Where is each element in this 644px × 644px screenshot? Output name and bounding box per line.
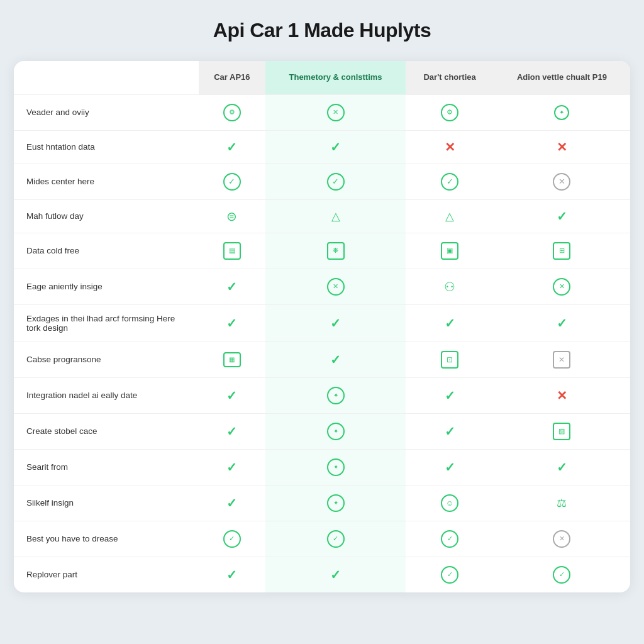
themetory-cell: ✓ bbox=[265, 521, 406, 557]
table-row: Veader and oviiy⚙✕⚙✦ bbox=[14, 94, 630, 130]
feature-cell: Eage aniently insige bbox=[14, 269, 199, 304]
table-row: Cabse progransone▦✓⊡✕ bbox=[14, 341, 630, 377]
themetory-cell: ✕ bbox=[265, 94, 406, 130]
dart-cell: ✓ bbox=[406, 521, 493, 557]
feature-cell: Exdages in thei lhad arcf formsing Here … bbox=[14, 304, 199, 341]
feature-cell: Siikelf insign bbox=[14, 485, 199, 521]
adion-cell: ✕ bbox=[494, 377, 630, 413]
themetory-cell: ✦ bbox=[265, 413, 406, 449]
themetory-cell: ❋ bbox=[265, 233, 406, 269]
adion-cell: ⊞ bbox=[494, 233, 630, 269]
feature-cell: Create stobel cace bbox=[14, 413, 199, 449]
features-table: Car AP16 Themetory & conlsttims Dar't ch… bbox=[14, 61, 630, 592]
table-row: Data cold free▤❋▣⊞ bbox=[14, 233, 630, 269]
dart-cell: ✓ bbox=[406, 304, 493, 341]
dart-cell: ✕ bbox=[406, 130, 493, 164]
themetory-cell: ✕ bbox=[265, 269, 406, 304]
comparison-table: Car AP16 Themetory & conlsttims Dar't ch… bbox=[14, 61, 630, 592]
table-row: Replover part✓✓✓✓ bbox=[14, 557, 630, 592]
themetory-cell: ✦ bbox=[265, 449, 406, 485]
dart-cell: ✓ bbox=[406, 164, 493, 199]
table-row: Mides center here✓✓✓✕ bbox=[14, 164, 630, 199]
feature-cell: Cabse progransone bbox=[14, 341, 199, 377]
ap16-cell: ▤ bbox=[199, 233, 265, 269]
feature-cell: Mah futlow day bbox=[14, 199, 199, 233]
adion-cell: ✓ bbox=[494, 449, 630, 485]
col-adion: Adion vettle chualt P19 bbox=[494, 61, 630, 94]
table-row: Siikelf insign✓✦☺⚖ bbox=[14, 485, 630, 521]
adion-cell: ✓ bbox=[494, 557, 630, 592]
ap16-cell: ✓ bbox=[199, 449, 265, 485]
col-feature bbox=[14, 61, 199, 94]
adion-cell: ▨ bbox=[494, 413, 630, 449]
themetory-cell: ✦ bbox=[265, 485, 406, 521]
table-header-row: Car AP16 Themetory & conlsttims Dar't ch… bbox=[14, 61, 630, 94]
dart-cell: ✓ bbox=[406, 413, 493, 449]
themetory-cell: ✓ bbox=[265, 304, 406, 341]
dart-cell: ✓ bbox=[406, 557, 493, 592]
ap16-cell: ✓ bbox=[199, 485, 265, 521]
themetory-cell: ✓ bbox=[265, 341, 406, 377]
dart-cell: ☺ bbox=[406, 485, 493, 521]
ap16-cell: ✓ bbox=[199, 521, 265, 557]
page-title: Api Car 1 Made Huplyts bbox=[14, 19, 630, 42]
feature-cell: Data cold free bbox=[14, 233, 199, 269]
table-row: Eust hntation data✓✓✕✕ bbox=[14, 130, 630, 164]
ap16-cell: ⚙ bbox=[199, 94, 265, 130]
dart-cell: ⚇ bbox=[406, 269, 493, 304]
col-car-ap16: Car AP16 bbox=[199, 61, 265, 94]
themetory-cell: ✓ bbox=[265, 164, 406, 199]
ap16-cell: ▦ bbox=[199, 341, 265, 377]
feature-cell: Mides center here bbox=[14, 164, 199, 199]
ap16-cell: ✓ bbox=[199, 304, 265, 341]
ap16-cell: ✓ bbox=[199, 413, 265, 449]
feature-cell: Best you have to drease bbox=[14, 521, 199, 557]
ap16-cell: ✓ bbox=[199, 130, 265, 164]
dart-cell: ⚙ bbox=[406, 94, 493, 130]
adion-cell: ⚖ bbox=[494, 485, 630, 521]
adion-cell: ✕ bbox=[494, 164, 630, 199]
adion-cell: ✦ bbox=[494, 94, 630, 130]
dart-cell: △ bbox=[406, 199, 493, 233]
feature-cell: Veader and oviiy bbox=[14, 94, 199, 130]
adion-cell: ✓ bbox=[494, 304, 630, 341]
ap16-cell: ⊜ bbox=[199, 199, 265, 233]
ap16-cell: ✓ bbox=[199, 269, 265, 304]
adion-cell: ✕ bbox=[494, 521, 630, 557]
table-row: Best you have to drease✓✓✓✕ bbox=[14, 521, 630, 557]
themetory-cell: ✦ bbox=[265, 377, 406, 413]
feature-cell: Eust hntation data bbox=[14, 130, 199, 164]
ap16-cell: ✓ bbox=[199, 557, 265, 592]
ap16-cell: ✓ bbox=[199, 377, 265, 413]
themetory-cell: ✓ bbox=[265, 557, 406, 592]
col-dart: Dar't chortiea bbox=[406, 61, 493, 94]
adion-cell: ✕ bbox=[494, 269, 630, 304]
themetory-cell: △ bbox=[265, 199, 406, 233]
col-themetory: Themetory & conlsttims bbox=[265, 61, 406, 94]
dart-cell: ✓ bbox=[406, 449, 493, 485]
ap16-cell: ✓ bbox=[199, 164, 265, 199]
table-row: Create stobel cace✓✦✓▨ bbox=[14, 413, 630, 449]
table-row: Exdages in thei lhad arcf formsing Here … bbox=[14, 304, 630, 341]
dart-cell: ⊡ bbox=[406, 341, 493, 377]
adion-cell: ✕ bbox=[494, 130, 630, 164]
page-wrapper: Api Car 1 Made Huplyts Car AP16 Themetor… bbox=[14, 19, 630, 592]
feature-cell: Integration nadel ai eally date bbox=[14, 377, 199, 413]
adion-cell: ✓ bbox=[494, 199, 630, 233]
table-row: Eage aniently insige✓✕⚇✕ bbox=[14, 269, 630, 304]
adion-cell: ✕ bbox=[494, 341, 630, 377]
feature-cell: Replover part bbox=[14, 557, 199, 592]
feature-cell: Searit from bbox=[14, 449, 199, 485]
table-row: Integration nadel ai eally date✓✦✓✕ bbox=[14, 377, 630, 413]
table-row: Mah futlow day⊜△△✓ bbox=[14, 199, 630, 233]
dart-cell: ✓ bbox=[406, 377, 493, 413]
dart-cell: ▣ bbox=[406, 233, 493, 269]
themetory-cell: ✓ bbox=[265, 130, 406, 164]
table-row: Searit from✓✦✓✓ bbox=[14, 449, 630, 485]
